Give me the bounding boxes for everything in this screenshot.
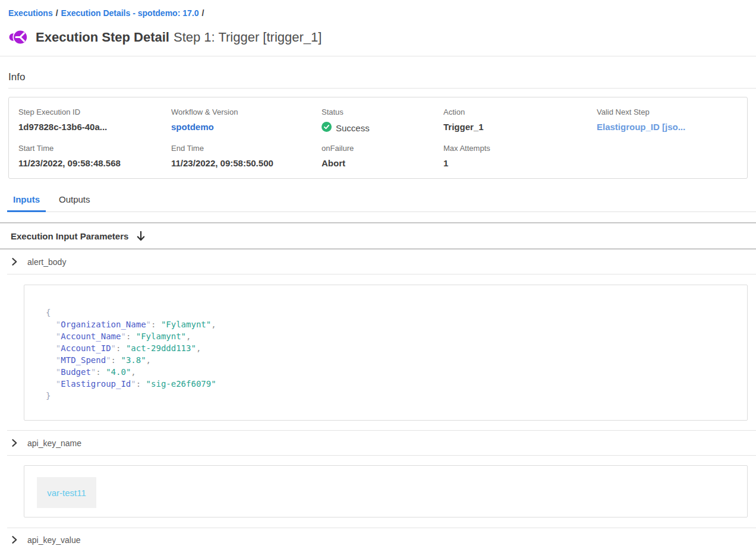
chevron-right-icon <box>12 258 17 266</box>
info-field-workflow-version: Workflow & Versionspotdemo <box>171 108 322 134</box>
page-subtitle: Step 1: Trigger [trigger_1] <box>174 30 322 45</box>
param-name: alert_body <box>27 257 66 267</box>
alert-body-value-panel: { "Organization_Name": "Fylamynt", "Acco… <box>24 285 748 421</box>
fylamynt-logo-icon <box>8 27 28 47</box>
param-row-alert-body[interactable]: alert_body <box>0 250 756 274</box>
param-name: api_key_value <box>27 535 81 545</box>
status-text: Success <box>336 123 370 134</box>
field-label: Start Time <box>18 144 171 153</box>
breadcrumb-separator: / <box>199 8 207 18</box>
param-row-api-key-name[interactable]: api_key_name <box>0 431 756 455</box>
field-label: Valid Next Step <box>597 108 738 116</box>
field-value: Success <box>322 122 443 134</box>
param-name: api_key_name <box>27 438 81 448</box>
breadcrumb-link[interactable]: Execution Details - spotdemo: 17.0 <box>61 8 199 18</box>
api-key-name-value-panel: var-test11 <box>24 465 748 517</box>
info-field-start-time: Start Time11/23/2022, 09:58:48.568 <box>18 144 171 169</box>
breadcrumb-link[interactable]: Executions <box>8 8 53 18</box>
alert-body-json: { "Organization_Name": "Fylamynt", "Acco… <box>46 307 735 402</box>
field-label: Max Attempts <box>443 144 597 153</box>
field-label: Status <box>322 108 443 116</box>
info-card: Step Execution ID1d97828c-13b6-40a...Wor… <box>8 97 748 179</box>
info-field-action: ActionTrigger_1 <box>443 108 597 134</box>
breadcrumb: Executions/Execution Details - spotdemo:… <box>0 0 756 18</box>
page-title: Execution Step Detail <box>36 30 169 45</box>
success-check-icon <box>322 122 332 134</box>
info-field-onfailure: onFailureAbort <box>322 144 443 169</box>
field-label: onFailure <box>322 144 443 153</box>
field-value[interactable]: Elastigroup_ID [jso... <box>597 122 738 132</box>
field-label: End Time <box>171 144 322 153</box>
info-field-max-attempts: Max Attempts1 <box>443 144 597 169</box>
field-value: Trigger_1 <box>443 122 597 132</box>
execution-step-detail-page: Executions/Execution Details - spotdemo:… <box>0 0 756 546</box>
params-header-label: Execution Input Parameters <box>11 231 128 241</box>
field-label: Step Execution ID <box>18 108 171 116</box>
execution-input-parameters-header: Execution Input Parameters <box>0 223 756 248</box>
info-field-step-execution-id: Step Execution ID1d97828c-13b6-40a... <box>18 108 171 134</box>
field-value: 11/23/2022, 09:58:50.500 <box>171 158 322 169</box>
breadcrumb-separator: / <box>53 8 61 18</box>
divider <box>7 455 756 456</box>
divider <box>7 274 756 274</box>
field-value: 1d97828c-13b6-40a... <box>18 122 171 132</box>
param-row-api-key-value[interactable]: api_key_value <box>0 528 756 546</box>
info-field-valid-next-step: Valid Next StepElastigroup_ID [jso... <box>597 108 738 134</box>
field-label: Workflow & Version <box>171 108 322 116</box>
field-label: Action <box>443 108 597 116</box>
field-value[interactable]: spotdemo <box>171 122 322 132</box>
tab-bar: InputsOutputs <box>7 191 756 212</box>
field-value: Abort <box>322 158 443 169</box>
tab-outputs[interactable]: Outputs <box>53 191 96 212</box>
field-value: 11/23/2022, 09:58:48.568 <box>18 158 171 169</box>
field-value: 1 <box>443 158 597 169</box>
chevron-right-icon <box>12 439 17 447</box>
arrow-down-icon[interactable] <box>137 231 145 241</box>
info-section-title: Info <box>8 71 748 83</box>
chevron-right-icon <box>12 536 17 544</box>
info-field-end-time: End Time11/23/2022, 09:58:50.500 <box>171 144 322 169</box>
page-header: Execution Step DetailStep 1: Trigger [tr… <box>8 27 748 47</box>
info-field-status: StatusSuccess <box>322 108 443 134</box>
divider <box>0 56 756 56</box>
divider <box>8 88 756 89</box>
api-key-name-value: var-test11 <box>37 477 96 508</box>
tab-inputs[interactable]: Inputs <box>7 191 46 212</box>
